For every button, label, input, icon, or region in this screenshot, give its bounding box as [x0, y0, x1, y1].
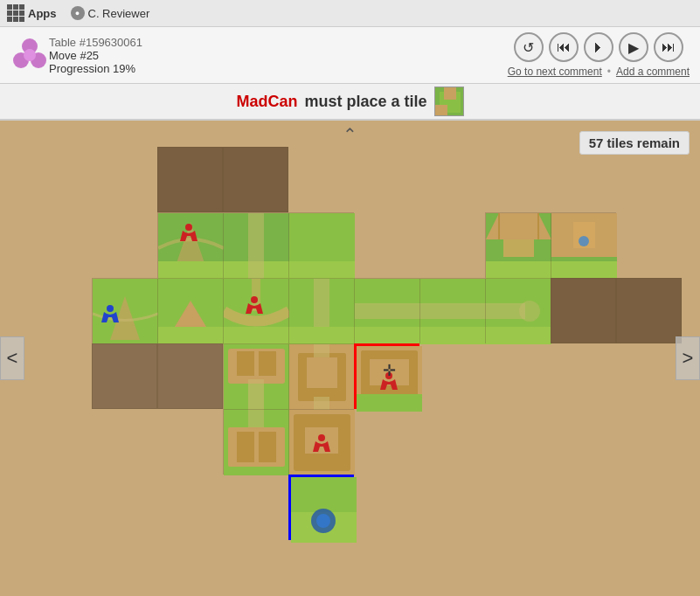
svg-rect-37	[289, 327, 355, 344]
tiles-remain-badge: 57 tiles remain	[579, 131, 690, 155]
action-text: must place a tile	[304, 93, 426, 111]
tile-r3c2	[157, 343, 223, 409]
game-meta: Table #159630061 Move #25 Progression 19…	[49, 36, 508, 75]
tile-r2c3	[223, 278, 288, 343]
svg-rect-16	[289, 261, 355, 279]
svg-rect-19	[503, 239, 534, 257]
svg-rect-57	[314, 397, 329, 410]
svg-point-11	[185, 224, 192, 231]
tile-r2c7	[485, 278, 551, 343]
skip-forward-button[interactable]: ⏭	[654, 32, 683, 62]
svg-rect-42	[420, 303, 486, 319]
svg-point-28	[107, 305, 114, 312]
reviewer-menu[interactable]: ● C. Reviewer	[71, 6, 150, 20]
tile-r0c2	[157, 147, 223, 212]
svg-rect-65	[237, 432, 254, 462]
left-chevron-icon: <	[7, 347, 18, 370]
tile-r2c5	[354, 278, 419, 343]
svg-rect-10	[158, 261, 224, 279]
svg-rect-31	[158, 327, 224, 344]
nav-right-arrow[interactable]: >	[676, 336, 700, 380]
player-name: MadCan	[236, 93, 297, 111]
tile-r1c4	[288, 212, 354, 278]
game-area[interactable]: ⌃ 57 tiles remain	[0, 121, 700, 596]
progression: Progression 19%	[49, 62, 508, 75]
play-alt-button[interactable]: ▶	[619, 32, 648, 62]
tile-r3c1	[92, 343, 157, 409]
top-bar: Apps ● C. Reviewer	[0, 0, 700, 27]
nav-left-arrow[interactable]: <	[0, 336, 24, 380]
apps-label: Apps	[28, 7, 57, 20]
svg-rect-50	[237, 351, 254, 376]
move-indicator: ✛	[380, 362, 398, 379]
move-number: Move #25	[49, 49, 508, 62]
tile-r2c6	[419, 278, 485, 343]
tile-r1c8	[551, 212, 616, 278]
tile-r2c8	[551, 278, 616, 343]
tile-r2c2	[157, 278, 223, 343]
tile-r1c2	[157, 212, 223, 278]
svg-rect-6	[444, 87, 456, 100]
tile-r1c7	[485, 212, 551, 278]
svg-rect-61	[357, 394, 422, 412]
meeple-red-castle	[313, 434, 330, 455]
tile-r2c9	[616, 278, 682, 343]
svg-point-24	[579, 236, 589, 246]
reviewer-icon: ●	[71, 6, 85, 20]
apps-grid-icon	[7, 4, 24, 22]
separator: •	[607, 66, 611, 78]
svg-rect-14	[248, 213, 264, 279]
playback-controls: ↺ ⏮ ⏵ ▶ ⏭ Go to next comment • Add a com…	[508, 32, 690, 78]
skip-back-button[interactable]: ⏮	[549, 32, 579, 62]
info-bar: Table #159630061 Move #25 Progression 19…	[0, 27, 700, 84]
tile-preview	[434, 87, 464, 116]
play-button[interactable]: ⏵	[584, 32, 613, 62]
status-bar: MadCan must place a tile	[0, 84, 700, 121]
svg-rect-43	[420, 327, 486, 344]
meeple-red-2	[246, 296, 263, 317]
tile-r2c4	[288, 278, 354, 343]
rewind-button[interactable]: ↺	[514, 32, 544, 62]
svg-rect-64	[228, 427, 285, 467]
meeple-red	[180, 224, 198, 245]
tile-r2c1	[92, 278, 157, 343]
svg-rect-25	[551, 261, 617, 279]
svg-point-75	[316, 514, 330, 528]
add-comment-link[interactable]: Add a comment	[616, 66, 690, 78]
control-buttons: ↺ ⏮ ⏵ ▶ ⏭	[514, 32, 683, 62]
comment-row: Go to next comment • Add a comment	[508, 66, 690, 78]
svg-point-3	[24, 49, 36, 61]
game-logo	[10, 36, 49, 74]
svg-rect-7	[435, 105, 447, 116]
svg-rect-66	[259, 432, 276, 462]
svg-rect-55	[307, 357, 337, 388]
svg-rect-33	[224, 327, 289, 344]
svg-point-34	[251, 296, 258, 303]
tile-r0c3	[223, 147, 288, 212]
svg-rect-47	[486, 327, 551, 344]
svg-point-46	[519, 301, 540, 322]
svg-rect-39	[355, 303, 420, 319]
svg-rect-20	[486, 261, 551, 279]
table-id: Table #159630061	[49, 36, 508, 49]
apps-menu[interactable]: Apps	[7, 4, 57, 22]
svg-rect-56	[314, 344, 329, 357]
svg-rect-40	[355, 327, 420, 344]
tile-r4c3	[223, 409, 288, 475]
svg-point-71	[318, 434, 325, 441]
tile-r3c3	[223, 343, 288, 409]
svg-rect-49	[228, 349, 285, 384]
svg-rect-51	[259, 351, 276, 376]
right-chevron-icon: >	[683, 347, 694, 370]
tile-r1c3	[223, 212, 288, 278]
go-next-comment-link[interactable]: Go to next comment	[508, 66, 602, 78]
meeple-blue-1	[101, 305, 119, 326]
tile-r3c4	[288, 343, 354, 409]
svg-rect-52	[248, 379, 264, 410]
tile-r3c5-highlighted[interactable]: ✛	[354, 343, 419, 409]
scroll-up-chevron[interactable]: ⌃	[343, 124, 357, 145]
svg-rect-67	[248, 410, 264, 427]
tile-r4c4	[288, 409, 354, 475]
reviewer-label: C. Reviewer	[88, 7, 150, 20]
tile-r5c4-highlighted[interactable]	[288, 475, 354, 540]
